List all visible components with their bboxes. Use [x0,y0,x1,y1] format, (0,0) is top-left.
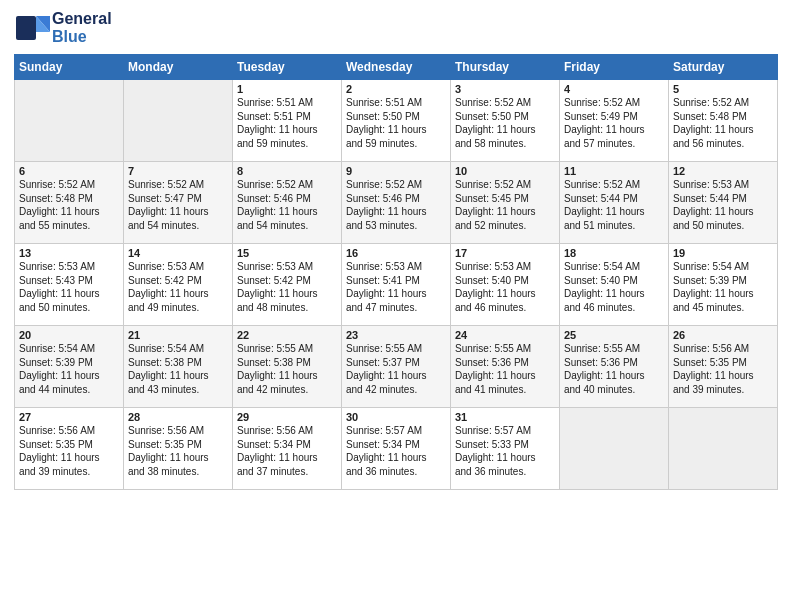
calendar-table: SundayMondayTuesdayWednesdayThursdayFrid… [14,54,778,490]
day-number: 29 [237,411,337,423]
cell-sunrise: Sunrise: 5:56 AMSunset: 5:35 PMDaylight:… [673,343,754,395]
cell-sunrise: Sunrise: 5:54 AMSunset: 5:40 PMDaylight:… [564,261,645,313]
weekday-header: Monday [124,55,233,80]
day-number: 27 [19,411,119,423]
cell-sunrise: Sunrise: 5:54 AMSunset: 5:39 PMDaylight:… [19,343,100,395]
calendar-cell: 13Sunrise: 5:53 AMSunset: 5:43 PMDayligh… [15,244,124,326]
cell-sunrise: Sunrise: 5:52 AMSunset: 5:50 PMDaylight:… [455,97,536,149]
calendar-cell: 25Sunrise: 5:55 AMSunset: 5:36 PMDayligh… [560,326,669,408]
day-number: 24 [455,329,555,341]
calendar-cell: 26Sunrise: 5:56 AMSunset: 5:35 PMDayligh… [669,326,778,408]
calendar-cell: 6Sunrise: 5:52 AMSunset: 5:48 PMDaylight… [15,162,124,244]
svg-rect-0 [16,16,36,40]
weekday-header-row: SundayMondayTuesdayWednesdayThursdayFrid… [15,55,778,80]
day-number: 13 [19,247,119,259]
weekday-header: Wednesday [342,55,451,80]
day-number: 17 [455,247,555,259]
calendar-cell: 7Sunrise: 5:52 AMSunset: 5:47 PMDaylight… [124,162,233,244]
logo-general: General [52,10,112,27]
weekday-header: Thursday [451,55,560,80]
logo-icon [14,10,50,46]
calendar-cell [124,80,233,162]
calendar-cell: 23Sunrise: 5:55 AMSunset: 5:37 PMDayligh… [342,326,451,408]
day-number: 9 [346,165,446,177]
day-number: 22 [237,329,337,341]
cell-sunrise: Sunrise: 5:53 AMSunset: 5:42 PMDaylight:… [128,261,209,313]
cell-sunrise: Sunrise: 5:52 AMSunset: 5:46 PMDaylight:… [346,179,427,231]
day-number: 10 [455,165,555,177]
day-number: 11 [564,165,664,177]
calendar-cell: 18Sunrise: 5:54 AMSunset: 5:40 PMDayligh… [560,244,669,326]
day-number: 7 [128,165,228,177]
day-number: 6 [19,165,119,177]
calendar-cell: 22Sunrise: 5:55 AMSunset: 5:38 PMDayligh… [233,326,342,408]
cell-sunrise: Sunrise: 5:52 AMSunset: 5:44 PMDaylight:… [564,179,645,231]
calendar-week-row: 6Sunrise: 5:52 AMSunset: 5:48 PMDaylight… [15,162,778,244]
cell-sunrise: Sunrise: 5:52 AMSunset: 5:47 PMDaylight:… [128,179,209,231]
cell-sunrise: Sunrise: 5:55 AMSunset: 5:37 PMDaylight:… [346,343,427,395]
cell-sunrise: Sunrise: 5:52 AMSunset: 5:48 PMDaylight:… [19,179,100,231]
day-number: 20 [19,329,119,341]
cell-sunrise: Sunrise: 5:51 AMSunset: 5:50 PMDaylight:… [346,97,427,149]
day-number: 30 [346,411,446,423]
cell-sunrise: Sunrise: 5:57 AMSunset: 5:33 PMDaylight:… [455,425,536,477]
day-number: 21 [128,329,228,341]
calendar-week-row: 13Sunrise: 5:53 AMSunset: 5:43 PMDayligh… [15,244,778,326]
calendar-cell: 11Sunrise: 5:52 AMSunset: 5:44 PMDayligh… [560,162,669,244]
day-number: 31 [455,411,555,423]
calendar-cell: 17Sunrise: 5:53 AMSunset: 5:40 PMDayligh… [451,244,560,326]
logo-blue: Blue [52,28,87,45]
calendar-cell: 12Sunrise: 5:53 AMSunset: 5:44 PMDayligh… [669,162,778,244]
cell-sunrise: Sunrise: 5:57 AMSunset: 5:34 PMDaylight:… [346,425,427,477]
cell-sunrise: Sunrise: 5:53 AMSunset: 5:40 PMDaylight:… [455,261,536,313]
calendar-cell: 10Sunrise: 5:52 AMSunset: 5:45 PMDayligh… [451,162,560,244]
logo: General Blue [14,10,112,46]
cell-sunrise: Sunrise: 5:52 AMSunset: 5:46 PMDaylight:… [237,179,318,231]
calendar-cell: 2Sunrise: 5:51 AMSunset: 5:50 PMDaylight… [342,80,451,162]
page-container: General Blue SundayMondayTuesdayWednesda… [0,0,792,496]
day-number: 4 [564,83,664,95]
cell-sunrise: Sunrise: 5:55 AMSunset: 5:36 PMDaylight:… [564,343,645,395]
weekday-header: Tuesday [233,55,342,80]
day-number: 1 [237,83,337,95]
cell-sunrise: Sunrise: 5:53 AMSunset: 5:41 PMDaylight:… [346,261,427,313]
cell-sunrise: Sunrise: 5:56 AMSunset: 5:35 PMDaylight:… [128,425,209,477]
cell-sunrise: Sunrise: 5:51 AMSunset: 5:51 PMDaylight:… [237,97,318,149]
calendar-cell: 8Sunrise: 5:52 AMSunset: 5:46 PMDaylight… [233,162,342,244]
day-number: 15 [237,247,337,259]
day-number: 12 [673,165,773,177]
day-number: 19 [673,247,773,259]
cell-sunrise: Sunrise: 5:56 AMSunset: 5:35 PMDaylight:… [19,425,100,477]
calendar-cell: 31Sunrise: 5:57 AMSunset: 5:33 PMDayligh… [451,408,560,490]
calendar-cell: 19Sunrise: 5:54 AMSunset: 5:39 PMDayligh… [669,244,778,326]
cell-sunrise: Sunrise: 5:52 AMSunset: 5:49 PMDaylight:… [564,97,645,149]
calendar-cell: 29Sunrise: 5:56 AMSunset: 5:34 PMDayligh… [233,408,342,490]
day-number: 2 [346,83,446,95]
day-number: 25 [564,329,664,341]
calendar-cell: 28Sunrise: 5:56 AMSunset: 5:35 PMDayligh… [124,408,233,490]
cell-sunrise: Sunrise: 5:55 AMSunset: 5:38 PMDaylight:… [237,343,318,395]
calendar-cell: 20Sunrise: 5:54 AMSunset: 5:39 PMDayligh… [15,326,124,408]
calendar-cell [15,80,124,162]
day-number: 16 [346,247,446,259]
weekday-header: Saturday [669,55,778,80]
day-number: 18 [564,247,664,259]
cell-sunrise: Sunrise: 5:55 AMSunset: 5:36 PMDaylight:… [455,343,536,395]
day-number: 26 [673,329,773,341]
cell-sunrise: Sunrise: 5:53 AMSunset: 5:43 PMDaylight:… [19,261,100,313]
cell-sunrise: Sunrise: 5:54 AMSunset: 5:38 PMDaylight:… [128,343,209,395]
day-number: 8 [237,165,337,177]
day-number: 5 [673,83,773,95]
calendar-cell: 27Sunrise: 5:56 AMSunset: 5:35 PMDayligh… [15,408,124,490]
cell-sunrise: Sunrise: 5:56 AMSunset: 5:34 PMDaylight:… [237,425,318,477]
cell-sunrise: Sunrise: 5:53 AMSunset: 5:44 PMDaylight:… [673,179,754,231]
calendar-cell: 24Sunrise: 5:55 AMSunset: 5:36 PMDayligh… [451,326,560,408]
calendar-cell: 16Sunrise: 5:53 AMSunset: 5:41 PMDayligh… [342,244,451,326]
calendar-week-row: 20Sunrise: 5:54 AMSunset: 5:39 PMDayligh… [15,326,778,408]
cell-sunrise: Sunrise: 5:52 AMSunset: 5:45 PMDaylight:… [455,179,536,231]
calendar-cell: 1Sunrise: 5:51 AMSunset: 5:51 PMDaylight… [233,80,342,162]
day-number: 14 [128,247,228,259]
calendar-cell [560,408,669,490]
calendar-cell [669,408,778,490]
cell-sunrise: Sunrise: 5:53 AMSunset: 5:42 PMDaylight:… [237,261,318,313]
